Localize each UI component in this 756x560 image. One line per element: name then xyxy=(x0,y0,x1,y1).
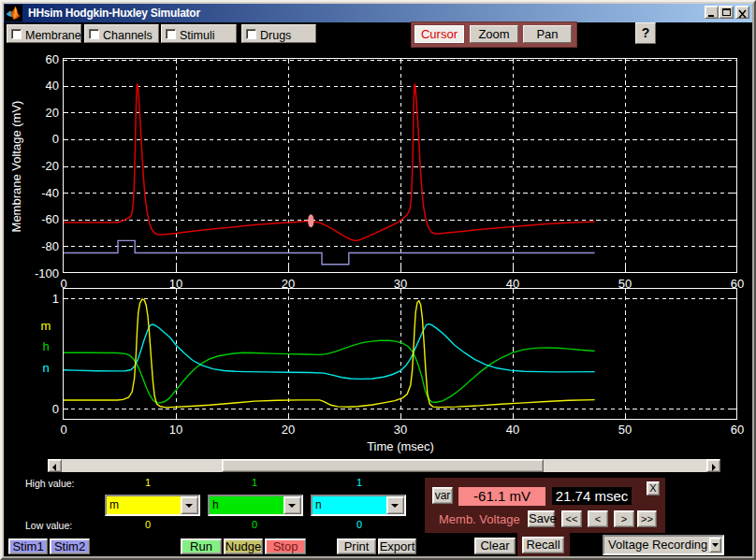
svg-text:40: 40 xyxy=(46,79,59,93)
svg-text:30: 30 xyxy=(394,423,407,437)
svg-text:0: 0 xyxy=(52,132,59,146)
svg-text:h: h xyxy=(42,339,49,353)
svg-text:20: 20 xyxy=(46,106,59,120)
svg-text:-80: -80 xyxy=(41,239,59,253)
svg-text:60: 60 xyxy=(731,423,744,437)
svg-text:0: 0 xyxy=(52,402,59,416)
svg-text:50: 50 xyxy=(618,423,632,437)
svg-text:20: 20 xyxy=(282,423,295,437)
svg-text:-100: -100 xyxy=(35,266,59,280)
svg-text:10: 10 xyxy=(169,423,182,437)
svg-text:m: m xyxy=(41,319,51,333)
svg-text:-40: -40 xyxy=(41,186,59,200)
svg-text:Time (msec): Time (msec) xyxy=(367,439,434,453)
svg-text:-60: -60 xyxy=(41,212,59,226)
svg-text:n: n xyxy=(42,361,49,375)
svg-text:1: 1 xyxy=(52,292,59,306)
svg-text:-20: -20 xyxy=(41,159,59,173)
svg-text:60: 60 xyxy=(46,52,59,66)
svg-text:Membrane Voltage (mV): Membrane Voltage (mV) xyxy=(9,101,23,233)
svg-text:40: 40 xyxy=(506,423,519,437)
svg-text:0: 0 xyxy=(60,423,66,437)
